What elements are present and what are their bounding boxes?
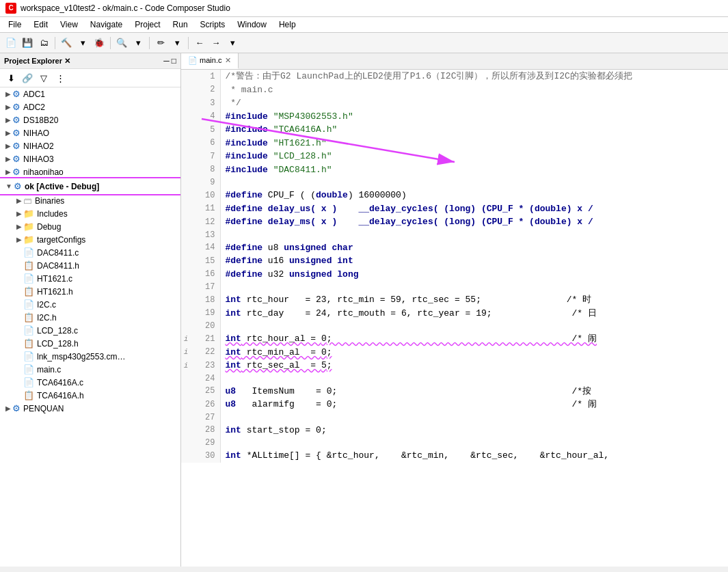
tree-item-lcd128h[interactable]: ▶ 📋 LCD_128.h (0, 337, 180, 350)
table-row: 6#include "HT1621.h" (181, 137, 728, 150)
tree-item-nihao2[interactable]: ▶ ⚙ NIHAO2 (0, 139, 180, 152)
nav-prev[interactable]: ← (193, 36, 206, 50)
tab-close-main-c[interactable]: ✕ (225, 56, 231, 65)
file-icon-tca6416ac: 📄 (23, 377, 34, 387)
tree-item-nihao3[interactable]: ▶ ⚙ NIHAO3 (0, 152, 180, 165)
label-lcd128h: LCD_128.h (37, 339, 79, 349)
new-file-btn[interactable]: 📄 (4, 36, 18, 50)
line-code (221, 320, 728, 332)
line-number: 13 (191, 229, 221, 241)
line-code: #include "TCA6416A.h" (221, 123, 728, 137)
menu-help[interactable]: Help (273, 18, 301, 31)
pen-btn[interactable]: ✏ (154, 36, 167, 50)
table-row: 17 (181, 281, 728, 293)
tree-item-ok-active[interactable]: ▼ ⚙ ok [Active - Debug] (0, 178, 180, 194)
tree-item-includes[interactable]: ▶ 📁 Includes (0, 207, 180, 220)
label-includes: Includes (37, 209, 68, 219)
tree-item-adc1[interactable]: ▶ ⚙ ADC1 (0, 87, 180, 100)
table-row: 1/*警告：由于G2 LaunchPad上的LED2使用了P1.6（I2C引脚）… (181, 70, 728, 83)
editor-tabs: 📄 main.c ✕ (181, 53, 728, 70)
file-icon-i2cc: 📄 (23, 299, 34, 310)
filter-btn[interactable]: ▽ (37, 71, 51, 85)
line-marker (181, 176, 191, 189)
line-marker: i (181, 332, 191, 346)
label-adc1: ADC1 (23, 90, 45, 99)
sidebar-title: Project Explorer ✕ (4, 57, 70, 66)
tab-main-c[interactable]: 📄 main.c ✕ (181, 53, 239, 69)
tree-item-lnkcm[interactable]: ▶ 📄 lnk_msp430g2553.cm… (0, 350, 180, 363)
folder-icon-debug: 📁 (23, 221, 34, 232)
menu-file[interactable]: File (3, 18, 27, 31)
link-editor-btn[interactable]: 🔗 (21, 71, 34, 85)
menu-scripts[interactable]: Scripts (195, 18, 231, 31)
table-row: 2 * main.c (181, 83, 728, 97)
menu-navigate[interactable]: Navigate (85, 18, 128, 31)
tree-item-targetconfigs[interactable]: ▶ 📁 targetConfigs (0, 233, 180, 246)
label-adc2: ADC2 (23, 103, 45, 112)
line-code: int *ALLtime[] = { &rtc_hour, &rtc_min, … (221, 449, 728, 463)
tree-item-tca6416ah[interactable]: ▶ 📋 TCA6416A.h (0, 389, 180, 402)
tree-item-nihao[interactable]: ▶ ⚙ NIHAO (0, 126, 180, 139)
table-row: 19int rtc_day = 24, rtc_mouth = 6, rtc_y… (181, 307, 728, 321)
line-code: * main.c (221, 83, 728, 97)
line-code: #define delay_us( x ) __delay_cycles( (l… (221, 202, 728, 216)
line-number: 19 (191, 307, 221, 321)
search-btn[interactable]: 🔍 (115, 36, 129, 50)
tree-item-nihaonihao[interactable]: ▶ ⚙ nihaonihao (0, 165, 180, 178)
table-row: 14#define u8 unsigned char (181, 241, 728, 255)
tree-item-penquan[interactable]: ▶ ⚙ PENQUAN (0, 402, 180, 415)
tree-item-dac8411h[interactable]: ▶ 📋 DAC8411.h (0, 259, 180, 272)
label-penquan: PENQUAN (23, 404, 64, 413)
menu-window[interactable]: Window (232, 18, 272, 31)
nav-dropdown[interactable]: ▾ (226, 36, 239, 50)
line-marker (181, 189, 191, 202)
tree-item-debug[interactable]: ▶ 📁 Debug (0, 220, 180, 233)
label-ht1621h: HT1621.h (37, 287, 73, 297)
line-number: 15 (191, 254, 221, 268)
project-icon-ds18b20: ⚙ (12, 115, 21, 125)
tree-item-ht1621c[interactable]: ▶ 📄 HT1621.c (0, 272, 180, 285)
line-code: int rtc_day = 24, rtc_mouth = 6, rtc_yea… (221, 307, 728, 321)
tree-item-mainc[interactable]: ▶ 📄 main.c (0, 363, 180, 376)
tree-item-dac8411c[interactable]: ▶ 📄 DAC8411.c (0, 246, 180, 259)
tree-item-tca6416ac[interactable]: ▶ 📄 TCA6416A.c (0, 376, 180, 389)
arrow-adc2: ▶ (5, 103, 11, 111)
menu-view[interactable]: View (55, 18, 83, 31)
line-number: 5 (191, 123, 221, 137)
project-icon-penquan: ⚙ (12, 403, 21, 413)
tree-item-ds18b20[interactable]: ▶ ⚙ DS18B20 (0, 113, 180, 126)
tree-item-ht1621h[interactable]: ▶ 📋 HT1621.h (0, 285, 180, 298)
tree-item-i2cc[interactable]: ▶ 📄 I2C.c (0, 298, 180, 311)
table-row: 16#define u32 unsigned long (181, 268, 728, 282)
collapse-all-btn[interactable]: ⬇ (4, 71, 18, 85)
sidebar-minimize-btn[interactable]: ─ (163, 56, 170, 66)
arrow-ok: ▼ (5, 182, 12, 190)
menu-run[interactable]: Run (167, 18, 193, 31)
debug-btn[interactable]: 🐞 (92, 36, 106, 50)
line-number: 14 (191, 241, 221, 255)
menu-project[interactable]: Project (129, 18, 165, 31)
tree-item-i2ch[interactable]: ▶ 📋 I2C.h (0, 311, 180, 324)
tree-item-lcd128c[interactable]: ▶ 📄 LCD_128.c (0, 324, 180, 337)
tree-item-binaries[interactable]: ▶ 🗃 Binaries (0, 194, 180, 207)
main-layout: Project Explorer ✕ ─ □ ⬇ 🔗 ▽ ⋮ ▶ ⚙ ADC1 … (0, 53, 728, 567)
arrow-nihao3: ▶ (5, 155, 11, 163)
search-dropdown[interactable]: ▾ (131, 36, 145, 50)
menu-edit[interactable]: Edit (28, 18, 53, 31)
build-dropdown[interactable]: ▾ (76, 36, 90, 50)
label-nihao: NIHAO (23, 128, 49, 138)
arrow-penquan: ▶ (5, 405, 11, 412)
pen-dropdown[interactable]: ▾ (170, 36, 184, 50)
label-ok: ok [Active - Debug] (25, 182, 99, 191)
tree-item-adc2[interactable]: ▶ ⚙ ADC2 (0, 100, 180, 113)
save-all-btn[interactable]: 🗂 (37, 36, 51, 50)
nav-next[interactable]: → (209, 36, 223, 50)
save-btn[interactable]: 💾 (21, 36, 34, 50)
label-nihaonihao: nihaonihao (23, 167, 64, 177)
build-btn[interactable]: 🔨 (59, 36, 73, 50)
view-menu-btn[interactable]: ⋮ (53, 71, 67, 85)
line-marker (181, 307, 191, 321)
sidebar-maximize-btn[interactable]: □ (172, 56, 176, 66)
code-editor[interactable]: 1/*警告：由于G2 LaunchPad上的LED2使用了P1.6（I2C引脚）… (181, 70, 728, 567)
line-number: 26 (191, 398, 221, 411)
